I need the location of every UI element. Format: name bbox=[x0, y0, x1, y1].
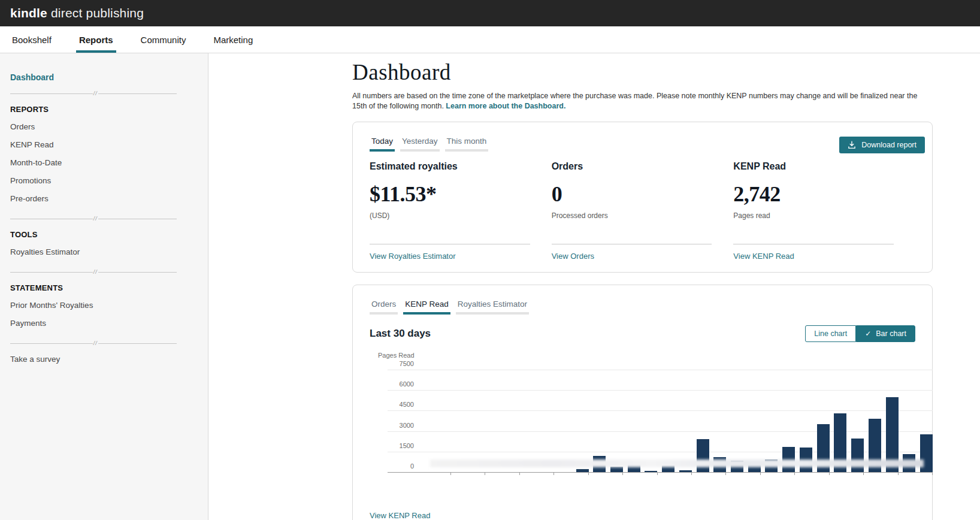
x-axis-tick bbox=[588, 472, 589, 475]
sidebar-divider: // bbox=[10, 90, 177, 96]
x-axis-tick bbox=[829, 472, 830, 475]
chart-heading: Last 30 days bbox=[370, 328, 431, 340]
gridline-0 bbox=[388, 472, 933, 473]
tab-kenp-read[interactable]: KENP Read bbox=[403, 297, 450, 315]
tab-today[interactable]: Today bbox=[370, 134, 395, 152]
x-axis-tick bbox=[691, 472, 692, 475]
kdp-logo[interactable]: kindle direct publishing bbox=[10, 6, 144, 20]
sidebar-item-royalties-estimator[interactable]: Royalties Estimator bbox=[10, 243, 208, 261]
kpi-orders: Orders 0 Processed orders View Orders bbox=[552, 161, 734, 261]
kpi-divider bbox=[370, 244, 530, 244]
sidebar-item-payments[interactable]: Payments bbox=[10, 314, 208, 332]
sidebar-divider: // bbox=[10, 340, 177, 346]
tab-orders[interactable]: Orders bbox=[370, 297, 398, 315]
page-description-text: All numbers are based on the time zone o… bbox=[352, 92, 917, 110]
view-royalties-estimator-link[interactable]: View Royalties Estimator bbox=[370, 252, 456, 261]
download-report-button[interactable]: Download report bbox=[839, 137, 925, 153]
nav-tab-bookshelf[interactable]: Bookshelf bbox=[10, 26, 53, 53]
view-kenp-read-chart-link[interactable]: View KENP Read bbox=[370, 511, 430, 520]
kpi-value: 0 bbox=[552, 182, 734, 207]
x-axis-tick bbox=[485, 472, 485, 475]
y-tick-label: 4500 bbox=[388, 401, 414, 408]
bar-chart-label: Bar chart bbox=[876, 329, 906, 338]
sidebar-item-prior-months-royalties[interactable]: Prior Months' Royalties bbox=[10, 296, 208, 314]
x-axis-tick bbox=[450, 472, 451, 475]
sidebar-item-promotions[interactable]: Promotions bbox=[10, 171, 208, 189]
sidebar-item-dashboard[interactable]: Dashboard bbox=[10, 72, 208, 82]
gridline-4500 bbox=[388, 410, 933, 411]
kpi-title: Estimated royalties bbox=[370, 161, 552, 172]
view-orders-link[interactable]: View Orders bbox=[552, 252, 594, 261]
bar-chart-button[interactable]: ✓ Bar chart bbox=[856, 325, 915, 342]
nav-tab-marketing[interactable]: Marketing bbox=[211, 26, 255, 53]
chart-type-toggle: Line chart ✓ Bar chart bbox=[805, 325, 915, 342]
check-icon: ✓ bbox=[865, 329, 871, 338]
chart-plot-area: 750060004500300015000 bbox=[388, 370, 933, 472]
kdp-logo-kindle: kindle bbox=[10, 6, 47, 20]
primary-nav: Bookshelf Reports Community Marketing bbox=[0, 26, 980, 53]
tab-royalties-estimator[interactable]: Royalties Estimator bbox=[456, 297, 529, 315]
page-description: All numbers are based on the time zone o… bbox=[352, 91, 920, 111]
kpi-divider bbox=[552, 244, 712, 244]
x-axis-tick bbox=[657, 472, 658, 475]
y-tick-label: 0 bbox=[388, 462, 414, 470]
x-axis-tick bbox=[863, 472, 864, 475]
bar-day-10 bbox=[576, 469, 589, 472]
sidebar-divider: // bbox=[10, 269, 177, 275]
learn-more-link[interactable]: Learn more about the Dashboard. bbox=[446, 102, 565, 110]
x-axis-tick bbox=[898, 472, 899, 475]
kpi-kenp-read: KENP Read 2,742 Pages read View KENP Rea… bbox=[733, 161, 915, 261]
chart-tabs: Orders KENP Read Royalties Estimator bbox=[370, 297, 915, 315]
bar-day-16 bbox=[679, 470, 692, 472]
kpi-value: 2,742 bbox=[733, 182, 915, 207]
sidebar-section-tools: TOOLS bbox=[10, 230, 208, 239]
y-tick-label: 3000 bbox=[388, 422, 414, 429]
kpi-sublabel: Processed orders bbox=[552, 211, 734, 220]
bar-day-14 bbox=[645, 471, 657, 472]
x-axis-tick bbox=[932, 472, 933, 475]
gridline-7500 bbox=[388, 370, 933, 370]
sidebar-item-pre-orders[interactable]: Pre-orders bbox=[10, 189, 208, 207]
kpi-value: $11.53* bbox=[370, 182, 552, 207]
y-tick-label: 7500 bbox=[388, 360, 414, 367]
nav-tab-reports[interactable]: Reports bbox=[77, 26, 115, 53]
page-title: Dashboard bbox=[352, 59, 980, 85]
app-header: kindle direct publishing bbox=[0, 0, 980, 26]
sidebar-item-orders[interactable]: Orders bbox=[10, 117, 208, 135]
sidebar-item-take-a-survey[interactable]: Take a survey bbox=[10, 355, 208, 364]
x-axis-tick bbox=[794, 472, 795, 475]
kenp-bar-chart: Pages Read 750060004500300015000 bbox=[378, 352, 915, 495]
kpi-divider bbox=[733, 244, 894, 244]
sidebar-divider: // bbox=[10, 216, 177, 222]
summary-card: Today Yesterday This month Download repo… bbox=[352, 122, 933, 273]
x-axis-tick bbox=[622, 472, 623, 475]
kdp-logo-direct-publishing: direct publishing bbox=[51, 6, 144, 20]
chart-card: Orders KENP Read Royalties Estimator Las… bbox=[352, 285, 933, 520]
download-icon bbox=[848, 141, 856, 149]
kpi-title: Orders bbox=[552, 161, 734, 172]
line-chart-button[interactable]: Line chart bbox=[805, 325, 856, 342]
tab-this-month[interactable]: This month bbox=[445, 134, 489, 152]
tab-yesterday[interactable]: Yesterday bbox=[400, 134, 440, 152]
gridline-3000 bbox=[388, 431, 933, 432]
kpi-title: KENP Read bbox=[733, 161, 915, 172]
main-content: Dashboard All numbers are based on the t… bbox=[208, 53, 980, 520]
x-axis-tick bbox=[725, 472, 726, 475]
x-axis-tick bbox=[553, 472, 554, 475]
sidebar-item-kenp-read[interactable]: KENP Read bbox=[10, 135, 208, 153]
sidebar-item-month-to-date[interactable]: Month-to-Date bbox=[10, 153, 208, 171]
sidebar-section-statements: STATEMENTS bbox=[10, 283, 208, 292]
y-axis-label: Pages Read bbox=[378, 352, 415, 359]
bar-day-12 bbox=[610, 467, 623, 472]
view-kenp-read-link[interactable]: View KENP Read bbox=[733, 252, 794, 261]
reports-sidebar: Dashboard // REPORTS Orders KENP Read Mo… bbox=[0, 53, 208, 520]
nav-tab-community[interactable]: Community bbox=[139, 26, 188, 53]
sidebar-section-reports: REPORTS bbox=[10, 105, 208, 114]
kpi-estimated-royalties: Estimated royalties $11.53* (USD) View R… bbox=[370, 161, 552, 261]
kpi-sublabel: (USD) bbox=[370, 211, 552, 220]
summary-period-tabs: Today Yesterday This month bbox=[370, 134, 915, 152]
x-axis-labels-blurred bbox=[430, 459, 924, 467]
x-axis-tick bbox=[519, 472, 520, 475]
y-tick-label: 6000 bbox=[388, 380, 414, 388]
kpi-sublabel: Pages read bbox=[733, 211, 915, 220]
